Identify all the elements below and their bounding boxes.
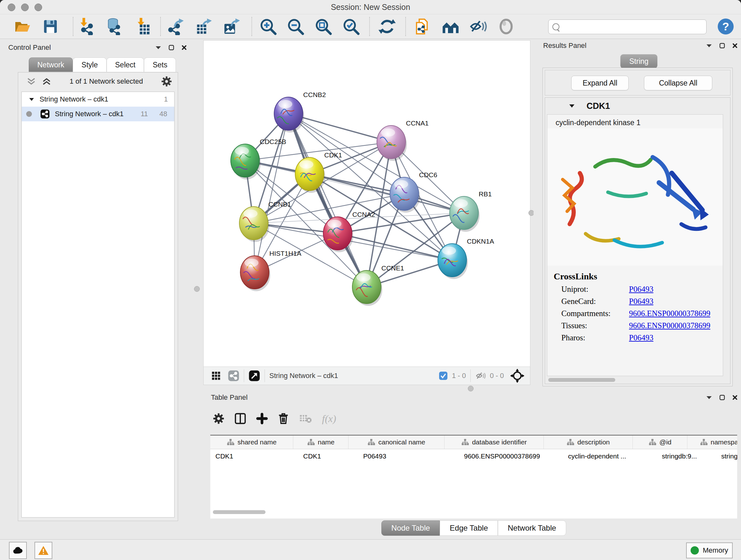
network-options-gear-icon[interactable]: [161, 76, 172, 87]
network-tree: String Network – cdk1 1 String Network –…: [21, 91, 175, 517]
float-panel-icon[interactable]: [706, 44, 712, 48]
column-header-namespace[interactable]: namespace: [687, 435, 737, 449]
maximize-panel-icon[interactable]: [719, 395, 725, 400]
hidden-eye-icon[interactable]: [475, 371, 486, 380]
network-row[interactable]: String Network – cdk1 11 48: [22, 107, 174, 121]
table-options-gear-icon[interactable]: [213, 413, 224, 424]
float-panel-icon[interactable]: [706, 395, 712, 400]
entry-description: cyclin-dependent kinase 1: [556, 118, 723, 127]
memory-button[interactable]: Memory: [686, 543, 733, 558]
node-CDK1[interactable]: CDK1: [295, 151, 342, 193]
expand-all-button[interactable]: Expand All: [571, 76, 629, 90]
edge-CDK1-RB1[interactable]: [310, 174, 464, 213]
save-session-icon[interactable]: [42, 17, 59, 36]
tab-select[interactable]: Select: [107, 57, 144, 72]
first-neighbors-icon[interactable]: [378, 17, 396, 36]
cloud-button[interactable]: [9, 542, 27, 559]
help-icon[interactable]: ?: [717, 17, 735, 36]
hide-selected-icon[interactable]: [469, 17, 487, 36]
warning-button[interactable]: [35, 542, 52, 559]
column-header-shared-name[interactable]: shared name: [210, 435, 293, 449]
zoom-selected-icon[interactable]: [342, 17, 360, 36]
crosslink-link[interactable]: P06493: [629, 333, 653, 342]
grid-view-icon[interactable]: [211, 371, 221, 381]
import-table-icon[interactable]: [134, 17, 152, 36]
edge-CCNB2-CCNE1[interactable]: [288, 114, 367, 287]
close-panel-icon[interactable]: [732, 43, 738, 49]
crosslinks-title: CrossLinks: [554, 271, 723, 282]
tab-sets[interactable]: Sets: [144, 57, 176, 72]
maximize-panel-icon[interactable]: [169, 45, 174, 51]
node-label-CDK1: CDK1: [324, 151, 342, 159]
crosslink-link[interactable]: 9606.ENSP00000378699: [629, 309, 711, 318]
tab-style[interactable]: Style: [73, 57, 106, 72]
node-CDKN1A[interactable]: CDKN1A: [438, 238, 494, 279]
show-columns-icon[interactable]: [234, 413, 246, 424]
search-input[interactable]: [562, 22, 706, 31]
column-header-@id[interactable]: @id: [633, 435, 687, 449]
column-header-database-identifier[interactable]: database identifier: [445, 435, 544, 449]
close-panel-icon[interactable]: [181, 45, 187, 51]
edge-CCNB2-HIST1H1A[interactable]: [255, 114, 288, 272]
network-type-icon: [40, 109, 50, 119]
crosslinks-list: Uniprot:P06493GeneCard:P06493Compartment…: [547, 285, 723, 342]
zoom-out-icon[interactable]: [286, 17, 305, 36]
results-panel-title: Results Panel: [543, 42, 587, 50]
zoom-fit-icon[interactable]: [314, 17, 332, 36]
node-CCNE1[interactable]: CCNE1: [352, 264, 404, 306]
network-view-title: String Network – cdk1: [269, 372, 338, 380]
create-column-icon[interactable]: [256, 413, 268, 424]
tab-edge-table[interactable]: Edge Table: [440, 520, 498, 536]
crosslink-link[interactable]: P06493: [629, 285, 653, 294]
table-hscrollbar-thumb[interactable]: [213, 510, 266, 514]
tab-string[interactable]: String: [620, 54, 657, 68]
zoom-in-icon[interactable]: [259, 17, 277, 36]
collection-expand-icon[interactable]: [29, 98, 35, 102]
delete-column-icon[interactable]: [278, 413, 289, 424]
export-table-icon[interactable]: [194, 17, 212, 36]
results-hscrollbar-thumb[interactable]: [548, 378, 615, 382]
edge-CDC6-CCNB1[interactable]: [254, 194, 404, 223]
float-panel-icon[interactable]: [155, 45, 161, 50]
show-all-icon[interactable]: [497, 17, 515, 36]
birds-eye-icon[interactable]: [510, 369, 524, 383]
warning-icon: [38, 546, 49, 555]
tab-node-table[interactable]: Node Table: [381, 520, 440, 536]
entry-collapse-icon[interactable]: [569, 104, 575, 108]
column-header-description[interactable]: description: [544, 435, 633, 449]
export-network-icon[interactable]: [166, 17, 184, 36]
tab-network[interactable]: Network: [29, 57, 73, 72]
column-header-canonical-name[interactable]: canonical name: [348, 435, 445, 449]
search-icon: [552, 23, 559, 30]
crosslink-link[interactable]: P06493: [629, 297, 653, 306]
node-CCNA1[interactable]: CCNA1: [377, 119, 428, 161]
open-session-icon[interactable]: [13, 17, 31, 36]
tab-network-table[interactable]: Network Table: [498, 520, 566, 536]
node-CDC6[interactable]: CDC6: [390, 171, 437, 212]
node-RB1[interactable]: RB1: [450, 190, 492, 232]
maximize-panel-icon[interactable]: [719, 43, 725, 49]
selected-checkbox-icon[interactable]: [439, 371, 448, 381]
collapse-all-button[interactable]: Collapse All: [644, 76, 712, 90]
node-CCNB2[interactable]: CCNB2: [274, 91, 326, 132]
close-panel-icon[interactable]: [732, 395, 738, 400]
expand-all-tree-icon[interactable]: [42, 77, 51, 85]
open-view-icon[interactable]: [249, 370, 260, 381]
left-splitter-handle[interactable]: [194, 286, 200, 292]
collapse-all-tree-icon[interactable]: [26, 77, 36, 85]
import-network-database-icon[interactable]: [105, 17, 123, 36]
column-header-name[interactable]: name: [293, 435, 348, 449]
crosslink-link[interactable]: 9606.ENSP00000378699: [629, 321, 711, 330]
clone-network-icon[interactable]: [414, 17, 431, 36]
network-collection-row[interactable]: String Network – cdk1 1: [22, 92, 174, 107]
node-CDC25B[interactable]: CDC25B: [231, 138, 286, 179]
node-HIST1H1A[interactable]: HIST1H1A: [240, 250, 301, 291]
network-badge-icon[interactable]: [228, 370, 239, 381]
table-cell: P06493: [358, 449, 459, 463]
import-network-icon[interactable]: [77, 17, 95, 36]
network-canvas[interactable]: CCNB2CCNA1CDC25BCDK1CDC6RB1CCNB1CCNA2CDK…: [204, 41, 529, 366]
table-row[interactable]: CDK1CDK1P064939606.ENSP00000378699cyclin…: [210, 449, 737, 463]
export-image-icon[interactable]: [222, 17, 240, 36]
bottom-splitter-handle[interactable]: [468, 386, 474, 391]
open-in-browser-icon[interactable]: [442, 17, 460, 36]
